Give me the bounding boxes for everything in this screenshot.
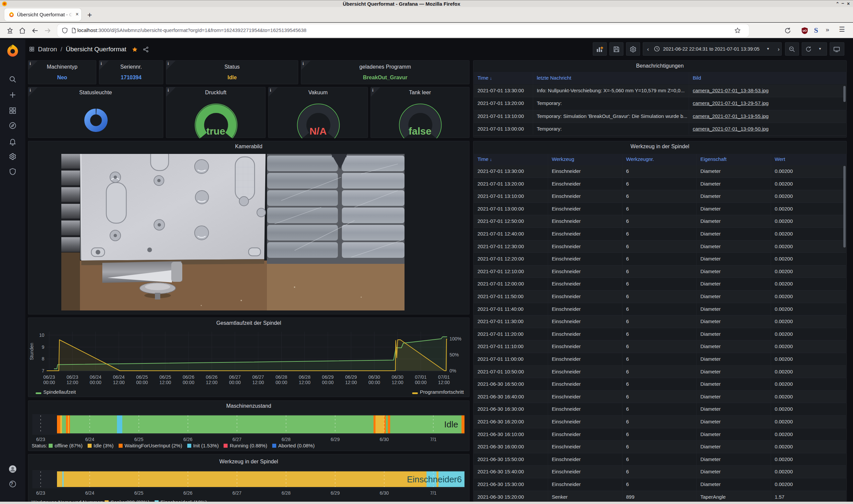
svg-text:Idle: Idle (444, 419, 458, 429)
svg-text:Einschneider6: Einschneider6 (407, 474, 462, 484)
svg-text:uO: uO (803, 29, 807, 32)
